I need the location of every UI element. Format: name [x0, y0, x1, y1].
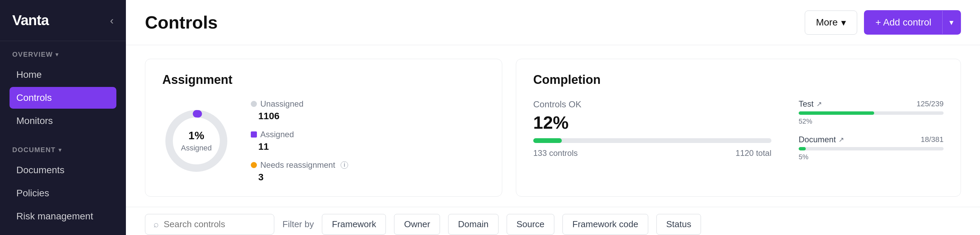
assignment-card: Assignment 1% Assigned [145, 59, 502, 197]
external-link-icon[interactable]: ↗ [816, 100, 822, 108]
legend-item-needs-reassignment: Needs reassignment i 3 [251, 160, 348, 183]
assignment-card-title: Assignment [162, 73, 485, 87]
add-control-button-group[interactable]: + Add control ▾ [864, 10, 961, 35]
chevron-down-icon: ▾ [841, 17, 846, 28]
assignment-legend: Unassigned 1106 Assigned 11 [251, 99, 348, 183]
sidebar: Vanta ‹ OVERVIEW ▾ Home Controls Monitor… [0, 0, 126, 235]
sidebar-item-risk-management[interactable]: Risk management [10, 205, 116, 227]
unassigned-value: 1106 [258, 111, 348, 121]
logo: Vanta [12, 12, 49, 28]
test-bar-pct: 52% [799, 118, 943, 125]
document-bar-pct: 5% [799, 153, 943, 161]
donut-percentage: 1% [181, 129, 212, 142]
document-bar-fill [799, 147, 806, 150]
cards-row: Assignment 1% Assigned [126, 45, 980, 207]
assigned-dot [251, 131, 257, 137]
bar-item-document: Document ↗ 18/381 5% [799, 135, 943, 161]
completion-left: Controls OK 12% 133 controls 1120 total [533, 99, 772, 158]
add-control-dropdown-button[interactable]: ▾ [943, 11, 960, 33]
donut-label: Assigned [181, 144, 212, 152]
test-bar-value: 125/239 [916, 99, 943, 108]
filter-chip-framework-code[interactable]: Framework code [563, 214, 648, 235]
add-control-main-button[interactable]: + Add control [865, 11, 943, 34]
sidebar-section-document: DOCUMENT ▾ Documents Policies Risk manag… [0, 137, 126, 232]
sidebar-section-overview: OVERVIEW ▾ Home Controls Monitors [0, 41, 126, 137]
assigned-value: 11 [258, 141, 348, 152]
search-icon: ⌕ [153, 219, 159, 230]
completion-counts: 133 controls 1120 total [533, 148, 772, 158]
external-link-icon[interactable]: ↗ [838, 136, 844, 144]
sidebar-section-label-document[interactable]: DOCUMENT ▾ [10, 146, 116, 159]
filter-chip-domain[interactable]: Domain [448, 214, 498, 235]
completion-bar-track [533, 138, 772, 143]
bar-item-test: Test ↗ 125/239 52% [799, 99, 943, 125]
sidebar-section-report: REPORT ▾ [0, 232, 126, 235]
total-count: 1120 total [736, 148, 772, 158]
info-icon[interactable]: i [340, 161, 348, 169]
header-actions: More ▾ + Add control ▾ [805, 10, 961, 35]
filter-chip-status[interactable]: Status [656, 214, 701, 235]
filter-bar: ⌕ Filter by Framework Owner Domain Sourc… [126, 207, 980, 235]
test-bar-fill [799, 111, 874, 115]
main-header: Controls More ▾ + Add control ▾ [126, 0, 980, 45]
legend-item-assigned: Assigned 11 [251, 130, 348, 152]
completion-bar-fill [533, 138, 562, 143]
document-bar-value: 18/381 [921, 135, 943, 144]
controls-ok-percentage: 12% [533, 112, 772, 133]
assignment-donut-chart: 1% Assigned [162, 107, 231, 175]
donut-center: 1% Assigned [181, 129, 212, 153]
filter-chip-source[interactable]: Source [507, 214, 554, 235]
needs-reassignment-value: 3 [258, 172, 348, 183]
sidebar-logo-area: Vanta ‹ [0, 0, 126, 41]
controls-count: 133 controls [533, 148, 578, 158]
sidebar-collapse-button[interactable]: ‹ [110, 14, 114, 27]
sidebar-section-label-overview[interactable]: OVERVIEW ▾ [10, 50, 116, 64]
sidebar-item-controls[interactable]: Controls [10, 87, 116, 109]
chevron-down-icon: ▾ [56, 51, 59, 58]
chevron-down-icon: ▾ [59, 147, 62, 153]
completion-right: Test ↗ 125/239 52% [799, 99, 943, 161]
sidebar-item-policies[interactable]: Policies [10, 182, 116, 204]
assignment-content: 1% Assigned Unassigned 1106 [162, 99, 485, 183]
test-bar-track [799, 111, 943, 115]
completion-card-title: Completion [533, 73, 943, 87]
controls-ok-label: Controls OK [533, 99, 772, 110]
page-title: Controls [145, 12, 218, 33]
needs-reassignment-dot [251, 162, 257, 168]
search-box[interactable]: ⌕ [145, 214, 274, 235]
unassigned-dot [251, 101, 257, 107]
main-content: Controls More ▾ + Add control ▾ Assignme… [126, 0, 980, 235]
sidebar-item-documents[interactable]: Documents [10, 159, 116, 181]
document-bar-track [799, 147, 943, 150]
sidebar-item-monitors[interactable]: Monitors [10, 110, 116, 132]
completion-content: Controls OK 12% 133 controls 1120 total [533, 99, 943, 161]
legend-item-unassigned: Unassigned 1106 [251, 99, 348, 121]
more-button[interactable]: More ▾ [805, 11, 857, 35]
filter-chip-owner[interactable]: Owner [394, 214, 440, 235]
search-input[interactable] [164, 219, 252, 230]
filter-by-label: Filter by [282, 219, 314, 230]
completion-card: Completion Controls OK 12% 133 controls … [516, 59, 961, 197]
sidebar-item-home[interactable]: Home [10, 64, 116, 85]
filter-chip-framework[interactable]: Framework [322, 214, 386, 235]
